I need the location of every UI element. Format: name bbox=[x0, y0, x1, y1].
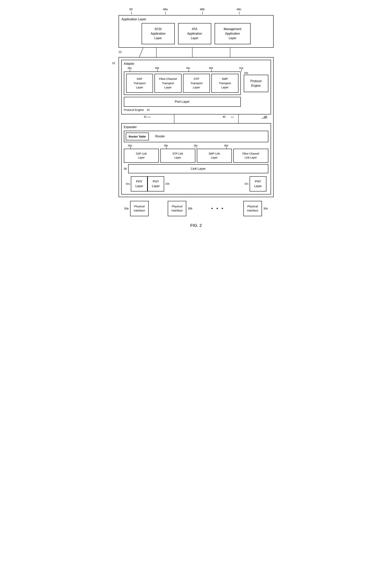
application-layer-outer: Application Layer SCSI Application Layer… bbox=[119, 15, 274, 48]
ref-32n: 32n bbox=[244, 182, 249, 185]
protocol-engine-box: Protocol Engine bbox=[244, 75, 268, 92]
phys-a-line2: Interface bbox=[134, 209, 145, 212]
ref-32a: 32a bbox=[126, 182, 130, 185]
router-box: Router Table Router bbox=[124, 131, 268, 142]
ref-42b: 42b bbox=[244, 72, 248, 74]
ata-line2: Application bbox=[187, 32, 202, 35]
ssp-l-line2: Layer bbox=[138, 156, 144, 159]
mgmt-line2: Application bbox=[225, 32, 240, 35]
fc-l-line2: Link Layer bbox=[245, 156, 257, 159]
adaptor-expander-lines bbox=[121, 115, 271, 123]
svg-line-4 bbox=[139, 48, 143, 57]
stp-t-line1: STP bbox=[194, 77, 199, 80]
stp-transport-box: STP Transport Layer bbox=[183, 74, 210, 93]
router-label: Router bbox=[150, 135, 165, 138]
scsi-application-box: SCSI Application Layer bbox=[142, 23, 175, 44]
smp-t-line3: Layer bbox=[221, 86, 228, 89]
scsi-line2: Application bbox=[151, 32, 165, 35]
smp-link-box: SMP Link Layer bbox=[197, 149, 232, 163]
fc-t-line2: Transport bbox=[162, 82, 174, 85]
ref-30b: 30b bbox=[188, 207, 192, 210]
phy-a-line2: Layer bbox=[135, 184, 143, 188]
adaptor-title: Adaptor bbox=[124, 62, 134, 65]
phys-a-line1: Physical bbox=[134, 205, 145, 208]
transport-ref-lines bbox=[126, 67, 268, 72]
phy-a-line1: PHY bbox=[136, 180, 142, 183]
ssp-t-line2: Transport bbox=[134, 82, 146, 85]
app-to-adaptor-lines bbox=[119, 48, 274, 57]
fc-t-line1: Fibre Channel bbox=[159, 77, 177, 80]
link-layer-bar: Link Layer bbox=[128, 164, 268, 173]
ref-12-label: 12 bbox=[112, 61, 115, 64]
phy-n-line2: Layer bbox=[254, 184, 262, 188]
smp-t-line2: Transport bbox=[219, 82, 231, 85]
transport-layers-outer: SSP Transport Layer Fibre Channel Transp… bbox=[124, 72, 241, 95]
phy-n-line1: PHY bbox=[255, 180, 261, 183]
physical-interface-n: Physical Interface bbox=[243, 201, 262, 216]
ssp-transport-box: SSP Transport Layer bbox=[126, 74, 153, 93]
smp-t-line1: SMP bbox=[222, 77, 228, 80]
ref-44: 44 bbox=[147, 108, 149, 111]
ssp-link-box: SSP Link Layer bbox=[124, 149, 159, 163]
phy-b-box: PHY Layer bbox=[148, 176, 164, 192]
phys-b-line1: Physical bbox=[172, 205, 182, 208]
management-application-box: Management Application Layer bbox=[215, 23, 251, 44]
fc-transport-box: Fibre Channel Transport Layer bbox=[154, 74, 181, 93]
stp-l-line2: Layer bbox=[174, 156, 181, 159]
port-layer-box: Port Layer bbox=[124, 97, 241, 107]
fc-link-box: Fibre Channel Link Layer bbox=[233, 149, 268, 163]
phy-b-line2: Layer bbox=[152, 184, 160, 188]
stp-l-line1: STP Link bbox=[172, 152, 183, 155]
ssp-t-line1: SSP bbox=[137, 77, 142, 80]
smp-transport-box: SMP Transport Layer bbox=[211, 74, 239, 93]
phy-n-box: PHY Layer bbox=[250, 176, 266, 192]
stp-t-line2: Transport bbox=[190, 82, 202, 85]
smp-l-line1: SMP Link bbox=[209, 152, 220, 155]
smp-l-line2: Layer bbox=[211, 156, 217, 159]
ref-30n: 30n bbox=[263, 207, 268, 210]
router-table-label: Router Table bbox=[129, 135, 146, 138]
stp-t-line3: Layer bbox=[193, 86, 200, 89]
ref-32b: 32b bbox=[165, 182, 169, 185]
phys-n-line2: Interface bbox=[247, 209, 258, 212]
ref-30a: 30a bbox=[124, 207, 129, 210]
protocol-engine-inner-label: Protocol Engine bbox=[124, 108, 144, 111]
phys-n-line1: Physical bbox=[247, 205, 258, 208]
figure-label: FIG. 2 bbox=[119, 223, 274, 228]
ref-tick-lines bbox=[119, 8, 274, 14]
ata-line1: ATA bbox=[192, 27, 197, 31]
ssp-l-line1: SSP Link bbox=[136, 152, 147, 155]
fc-l-line1: Fibre Channel bbox=[242, 152, 259, 155]
fig-label-text: FIG. 2 bbox=[190, 223, 202, 228]
fc-t-line3: Layer bbox=[164, 86, 172, 89]
pe-line2: Engine bbox=[251, 84, 261, 87]
link-ref-lines bbox=[124, 144, 268, 149]
router-table-box: Router Table bbox=[126, 133, 149, 140]
link-layer-label: Link Layer bbox=[191, 167, 205, 170]
dots-separator: • • • bbox=[211, 206, 224, 211]
phy-b-line1: PHY bbox=[153, 180, 159, 183]
main-outer-border: 12 Adaptor 46a 46b 46c 46d 42a bbox=[119, 57, 274, 197]
physical-interface-b: Physical Interface bbox=[168, 201, 186, 216]
expander-title: Expander bbox=[124, 126, 137, 129]
phys-b-line2: Interface bbox=[172, 209, 182, 212]
pe-line1: Protocol bbox=[250, 79, 262, 83]
scsi-line3: Layer bbox=[154, 37, 162, 40]
application-layer-title: Application Layer bbox=[122, 17, 146, 21]
adaptor-section: Adaptor 46a 46b 46c 46d 42a bbox=[121, 60, 271, 115]
phy-a-box: PHY Layer bbox=[131, 176, 148, 192]
mgmt-line3: Layer bbox=[229, 37, 236, 40]
physical-interface-a: Physical Interface bbox=[130, 201, 149, 216]
ata-application-box: ATA Application Layer bbox=[178, 23, 211, 44]
port-layer-label: Port Layer bbox=[175, 100, 190, 103]
ref-36: 36 bbox=[124, 167, 127, 170]
stp-link-box: STP Link Layer bbox=[160, 149, 195, 163]
mgmt-line1: Management bbox=[224, 27, 241, 31]
ssp-t-line3: Layer bbox=[136, 86, 143, 89]
link-sublayers-row: SSP Link Layer STP Link Layer SMP Link L… bbox=[124, 149, 268, 163]
ata-line3: Layer bbox=[191, 37, 198, 40]
scsi-line1: SCSI bbox=[154, 27, 162, 31]
expander-section: Expander Router Table Router 38a 38b 38c… bbox=[121, 123, 271, 194]
